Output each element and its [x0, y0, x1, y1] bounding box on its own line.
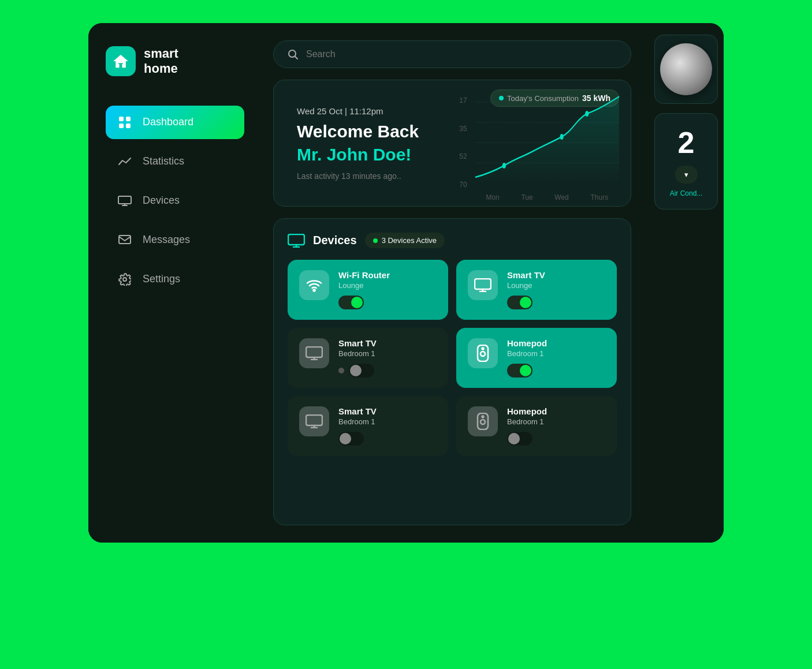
chart-y-label: 52 — [459, 152, 467, 160]
tv-icon — [306, 414, 323, 428]
speaker-icon — [476, 345, 490, 362]
welcome-datetime: Wed 25 Oct | 11:12pm — [297, 106, 419, 116]
devices-section: Devices 3 Devices Active — [273, 218, 631, 525]
dropdown-button[interactable]: ▾ — [675, 166, 698, 184]
search-bar — [273, 40, 631, 68]
device-info: Wi-Fi Router Lounge — [338, 270, 437, 309]
toggle-knob — [350, 365, 362, 376]
sidebar-item-label-statistics: Statistics — [143, 155, 184, 167]
svg-rect-5 — [118, 196, 131, 204]
sidebar-item-label-dashboard: Dashboard — [143, 116, 193, 128]
search-input[interactable] — [306, 49, 617, 59]
right-panel-label: Air Cond... — [670, 189, 703, 197]
device-name: Smart TV — [338, 406, 437, 416]
active-dot — [373, 238, 378, 243]
devices-header: Devices 3 Devices Active — [288, 233, 617, 248]
devices-section-title: Devices — [313, 234, 357, 247]
device-name: Smart TV — [338, 338, 437, 348]
main-content: Wed 25 Oct | 11:12pm Welcome Back Mr. Jo… — [262, 23, 649, 543]
chart-x-labels: Mon Tue Wed Thurs — [475, 193, 619, 201]
sidebar-item-label-settings: Settings — [143, 273, 180, 285]
toggle-knob — [520, 365, 531, 376]
device-location: Bedroom 1 — [338, 349, 437, 358]
svg-rect-32 — [306, 415, 322, 425]
device-toggle[interactable] — [338, 296, 364, 309]
list-item: Smart TV Lounge — [456, 260, 617, 320]
device-location: Bedroom 1 — [507, 349, 605, 358]
logo: smarthome — [106, 46, 244, 77]
statistics-icon — [117, 154, 132, 169]
dropdown-label: ▾ — [684, 170, 688, 179]
device-name: Wi-Fi Router — [338, 270, 437, 280]
right-panel-number: 2 — [678, 125, 695, 160]
smart-tv-bedroom-icon-box — [299, 338, 329, 368]
chart-area: Today's Consumption 35 kWh 70 52 35 17 — [442, 80, 631, 206]
svg-rect-8 — [119, 236, 131, 244]
svg-point-18 — [585, 111, 588, 117]
svg-rect-2 — [126, 117, 131, 121]
right-panel: 2 ▾ Air Cond... — [649, 23, 724, 543]
tv-icon — [306, 346, 323, 360]
app-container: smarthome Dashboard Statistics — [88, 23, 724, 543]
device-location: Lounge — [507, 281, 605, 290]
toggle-container — [338, 364, 437, 378]
smart-tv-icon-box — [468, 270, 498, 300]
chart-y-labels: 70 52 35 17 — [459, 96, 467, 189]
svg-rect-23 — [475, 279, 491, 289]
welcome-activity: Last activity 13 minutes ago.. — [297, 171, 419, 181]
homepod-icon-box — [468, 338, 498, 368]
welcome-text-area: Wed 25 Oct | 11:12pm Welcome Back Mr. Jo… — [274, 80, 442, 206]
svg-line-11 — [295, 57, 297, 59]
toggle-knob — [520, 297, 531, 308]
svg-rect-19 — [288, 234, 304, 245]
sidebar-item-label-devices: Devices — [143, 195, 180, 207]
device-location: Bedroom 1 — [507, 417, 605, 426]
decorative-ball — [660, 43, 712, 95]
chart-x-label: Tue — [521, 193, 532, 201]
right-panel-number-card: 2 ▾ Air Cond... — [654, 113, 718, 210]
device-toggle[interactable] — [349, 364, 374, 378]
list-item: Homepod Bedroom 1 — [456, 328, 617, 388]
device-name: Smart TV — [507, 270, 605, 280]
logo-text: smarthome — [144, 46, 178, 77]
device-toggle[interactable] — [507, 364, 532, 378]
svg-rect-1 — [119, 117, 124, 121]
svg-point-31 — [482, 348, 484, 350]
home-icon — [111, 52, 130, 70]
svg-point-22 — [314, 290, 315, 291]
svg-point-10 — [289, 50, 296, 57]
devices-icon — [117, 193, 132, 208]
device-location: Lounge — [338, 281, 437, 290]
sidebar-item-label-messages: Messages — [143, 234, 190, 246]
sidebar-item-statistics[interactable]: Statistics — [106, 145, 244, 178]
welcome-card: Wed 25 Oct | 11:12pm Welcome Back Mr. Jo… — [273, 80, 631, 207]
device-info: Homepod Bedroom 1 — [507, 338, 605, 378]
sidebar-item-settings[interactable]: Settings — [106, 263, 244, 296]
svg-rect-26 — [306, 347, 322, 357]
settings-icon — [117, 272, 132, 287]
devices-section-icon — [288, 234, 305, 248]
toggle-dot-off — [338, 368, 344, 373]
chart-x-label: Mon — [486, 193, 499, 201]
sidebar-item-dashboard[interactable]: Dashboard — [106, 106, 244, 139]
svg-point-37 — [482, 416, 484, 418]
sidebar-item-devices[interactable]: Devices — [106, 184, 244, 218]
device-toggle[interactable] — [507, 432, 532, 446]
smart-tv-b2-icon-box — [299, 406, 329, 436]
device-toggle[interactable] — [507, 296, 532, 309]
chart-svg-area: Mon Tue Wed Thurs — [475, 91, 619, 189]
chart-y-label: 17 — [459, 96, 467, 104]
wifi-router-icon-box — [299, 270, 329, 300]
device-toggle[interactable] — [338, 432, 364, 446]
sidebar-item-messages[interactable]: Messages — [106, 223, 244, 257]
list-item: Wi-Fi Router Lounge — [288, 260, 448, 320]
list-item: Smart TV Bedroom 1 — [288, 396, 448, 456]
device-info: Smart TV Bedroom 1 — [338, 338, 437, 378]
toggle-knob — [508, 433, 520, 444]
device-info: Homepod Bedroom 1 — [507, 406, 605, 446]
active-badge: 3 Devices Active — [365, 233, 445, 248]
svg-point-30 — [481, 352, 485, 356]
list-item: Homepod Bedroom 1 — [456, 396, 617, 456]
active-badge-label: 3 Devices Active — [382, 236, 437, 245]
svg-point-16 — [502, 163, 505, 169]
